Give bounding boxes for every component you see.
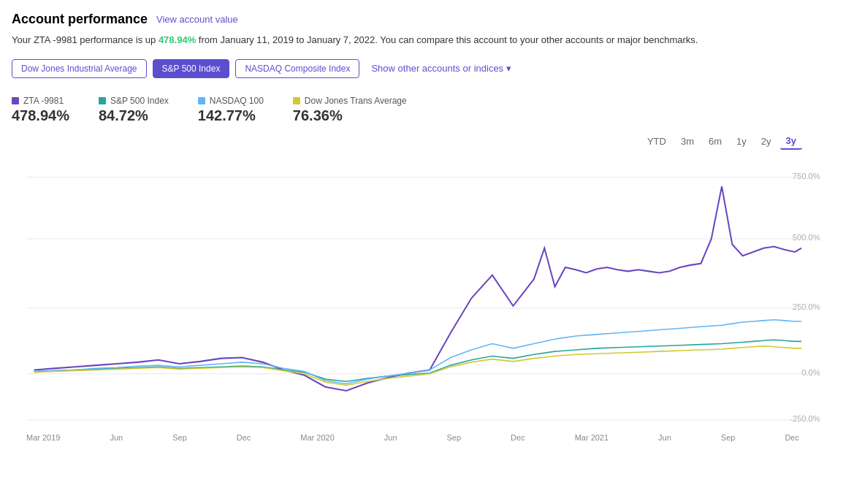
- svg-text:500.0%: 500.0%: [793, 232, 820, 241]
- filter-sp500[interactable]: S&P 500 Index: [153, 59, 230, 78]
- subtitle-prefix: Your ZTA -9981 performance is up: [12, 34, 159, 45]
- x-label-mar2021: Mar 2021: [575, 433, 609, 442]
- time-btn-3m[interactable]: 3m: [675, 133, 700, 150]
- legend-name-zta: ZTA -9981: [23, 96, 64, 106]
- view-account-link[interactable]: View account value: [156, 14, 238, 25]
- performance-chart: 750.0% 500.0% 250.0% 0.0% -250.0%: [12, 156, 831, 433]
- time-btn-3y[interactable]: 3y: [780, 133, 802, 150]
- legend-pct-sp500: 84.72%: [99, 107, 169, 124]
- time-filter-row: YTD 3m 6m 1y 2y 3y: [12, 133, 831, 150]
- x-label-sep2: Sep: [447, 433, 462, 442]
- time-btn-ytd[interactable]: YTD: [641, 133, 672, 150]
- header: Account performance View account value: [12, 12, 831, 27]
- legend-row: ZTA -9981 478.94% S&P 500 Index 84.72% N…: [12, 96, 831, 124]
- filter-dow-jones[interactable]: Dow Jones Industrial Average: [12, 59, 147, 78]
- zta-line: [34, 186, 802, 391]
- subtitle-suffix: from January 11, 2019 to January 7, 2022…: [199, 34, 698, 45]
- time-btn-6m[interactable]: 6m: [703, 133, 728, 150]
- chevron-down-icon: ▾: [506, 63, 511, 74]
- subtitle: Your ZTA -9981 performance is up 478.94%…: [12, 33, 831, 47]
- legend-name-djta: Dow Jones Trans Average: [305, 96, 407, 106]
- legend-color-sp500: [99, 97, 106, 104]
- time-btn-2y[interactable]: 2y: [755, 133, 777, 150]
- x-label-mar2019: Mar 2019: [26, 433, 60, 442]
- filter-nasdaq[interactable]: NASDAQ Composite Index: [235, 59, 359, 78]
- x-label-dec2: Dec: [511, 433, 525, 442]
- show-more-label: Show other accounts or indices: [371, 63, 503, 74]
- show-more-button[interactable]: Show other accounts or indices ▾: [371, 63, 511, 74]
- legend-item-nasdaq100: NASDAQ 100 142.77%: [198, 96, 264, 124]
- svg-text:750.0%: 750.0%: [793, 171, 820, 180]
- legend-pct-djta: 76.36%: [293, 107, 407, 124]
- svg-text:-250.0%: -250.0%: [790, 413, 820, 422]
- x-label-dec3: Dec: [785, 433, 799, 442]
- svg-text:0.0%: 0.0%: [801, 367, 820, 376]
- x-label-sep: Sep: [172, 433, 187, 442]
- legend-pct-zta: 478.94%: [12, 107, 69, 124]
- x-label-dec: Dec: [237, 433, 251, 442]
- legend-color-nasdaq100: [198, 97, 205, 104]
- x-label-sep3: Sep: [721, 433, 736, 442]
- legend-color-djta: [293, 97, 300, 104]
- svg-text:250.0%: 250.0%: [793, 302, 820, 310]
- legend-pct-nasdaq100: 142.77%: [198, 107, 264, 124]
- legend-color-zta: [12, 97, 19, 104]
- filter-row: Dow Jones Industrial Average S&P 500 Ind…: [12, 59, 831, 78]
- legend-name-nasdaq100: NASDAQ 100: [210, 96, 264, 106]
- x-axis-labels: Mar 2019 Jun Sep Dec Mar 2020 Jun Sep De…: [12, 433, 831, 442]
- x-label-mar2020: Mar 2020: [300, 433, 334, 442]
- chart-container: 750.0% 500.0% 250.0% 0.0% -250.0%: [12, 156, 831, 433]
- time-btn-1y[interactable]: 1y: [731, 133, 752, 150]
- x-label-jun2: Jun: [384, 433, 397, 442]
- legend-item-zta: ZTA -9981 478.94%: [12, 96, 69, 124]
- page-title: Account performance: [12, 12, 148, 27]
- legend-name-sp500: S&P 500 Index: [110, 96, 169, 106]
- subtitle-highlight: 478.94%: [159, 34, 196, 45]
- legend-item-djta: Dow Jones Trans Average 76.36%: [293, 96, 407, 124]
- x-label-jun3: Jun: [658, 433, 671, 442]
- x-label-jun: Jun: [110, 433, 123, 442]
- legend-item-sp500: S&P 500 Index 84.72%: [99, 96, 169, 124]
